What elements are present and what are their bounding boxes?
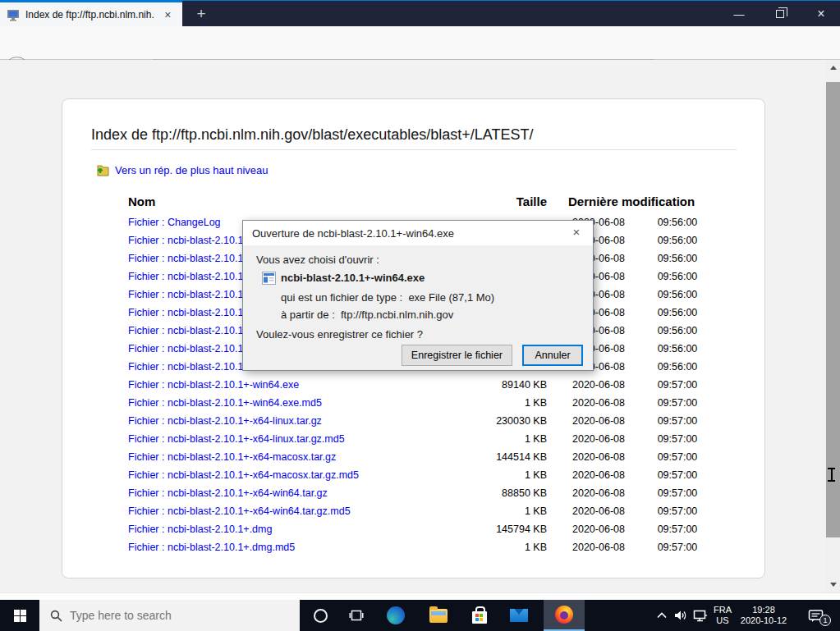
file-link[interactable]: Fichier : ncbi-blast-2.10.1+ (128, 289, 250, 300)
action-center-button[interactable]: 1 (798, 600, 833, 631)
search-input[interactable] (70, 609, 275, 622)
taskbar-edge-button[interactable] (376, 600, 415, 631)
file-time: 09:56:00 (652, 217, 703, 228)
file-size: 1 KB (391, 433, 547, 445)
file-time: 09:56:00 (652, 253, 703, 264)
new-tab-button[interactable]: + (187, 1, 215, 27)
mouse-cursor (828, 468, 835, 482)
tab-close-icon[interactable]: × (159, 8, 176, 21)
tray-date: 2020-10-12 (741, 615, 787, 626)
table-row: Fichier : ncbi-blast-2.10.1+-x64-win64.t… (62, 505, 764, 524)
table-row: Fichier : ncbi-blast-2.10.1+.dmg.md51 KB… (62, 542, 764, 560)
file-link[interactable]: Fichier : ncbi-blast-2.10.1+.dmg (128, 524, 272, 535)
file-time: 09:57:00 (652, 524, 703, 535)
file-time: 09:57:00 (652, 433, 703, 445)
browser-viewport: Index de ftp://ftp.ncbi.nlm.nih.gov/blas… (0, 60, 840, 592)
dialog-filename: ncbi-blast-2.10.1+-win64.exe (281, 272, 425, 284)
start-button[interactable] (0, 600, 39, 631)
task-view-button[interactable] (338, 600, 374, 631)
page-title: Index de ftp://ftp.ncbi.nlm.nih.gov/blas… (91, 126, 533, 144)
window-close-button[interactable]: × (802, 1, 840, 27)
file-time: 09:56:00 (652, 235, 703, 246)
file-link[interactable]: Fichier : ncbi-blast-2.10.1+-x64-linux.t… (128, 415, 322, 427)
save-file-button[interactable]: Enregistrer le fichier (402, 345, 512, 366)
file-link[interactable]: Fichier : ncbi-blast-2.10.1+ (128, 361, 250, 373)
file-link[interactable]: Fichier : ncbi-blast-2.10.1+-x64-win64.t… (128, 505, 351, 517)
file-link[interactable]: Fichier : ncbi-blast-2.10.1+-x64-macosx.… (128, 469, 359, 481)
navigation-toolbar: ← → ⌂ ftp://ftp.ncbi.nlm.nih.gov/blast/e… (0, 26, 840, 60)
tray-language-indicator[interactable]: FRA US (709, 600, 737, 631)
file-date: 2020-06-08 (567, 542, 630, 553)
table-row: Fichier : ncbi-blast-2.10.1+.dmg145794 K… (62, 524, 764, 542)
tab-title: Index de ftp://ftp.ncbi.nlm.nih. (25, 9, 158, 21)
file-size: 230030 KB (391, 415, 547, 427)
file-link[interactable]: Fichier : ncbi-blast-2.10.1+ (128, 253, 250, 264)
file-link[interactable]: Fichier : ncbi-blast-2.10.1+-win64.exe.m… (128, 397, 322, 409)
file-size: 89140 KB (391, 379, 547, 391)
taskbar-firefox-button-active[interactable] (544, 600, 585, 631)
language-line2: US (716, 615, 728, 626)
column-header-modified: Dernière modification (568, 194, 695, 208)
dialog-file-source: à partir de : ftp://ftp.ncbi.nlm.nih.gov (281, 309, 453, 321)
file-date: 2020-06-08 (567, 415, 630, 427)
up-directory-link[interactable]: Vers un rép. de plus haut niveau (95, 163, 268, 176)
file-link[interactable]: Fichier : ncbi-blast-2.10.1+ (128, 343, 250, 354)
file-link[interactable]: Fichier : ncbi-blast-2.10.1+-x64-win64.t… (128, 487, 328, 499)
file-size: 1 KB (391, 469, 547, 481)
cortana-circle-icon (314, 609, 328, 623)
exe-file-icon (262, 272, 276, 285)
file-time: 09:57:00 (652, 397, 703, 409)
vertical-scrollbar[interactable] (826, 60, 840, 592)
tray-time: 19:28 (752, 605, 775, 615)
dialog-title: Ouverture de ncbi-blast-2.10.1+-win64.ex… (252, 227, 454, 240)
firefox-icon (555, 606, 573, 624)
file-date: 2020-06-08 (567, 451, 630, 463)
up-directory-label[interactable]: Vers un rép. de plus haut niveau (115, 164, 268, 176)
file-time: 09:57:00 (652, 451, 703, 463)
file-time: 09:57:00 (652, 469, 703, 481)
file-time: 09:56:00 (652, 307, 703, 318)
file-time: 09:57:00 (652, 487, 703, 499)
table-row: Fichier : ncbi-blast-2.10.1+-x64-win64.t… (62, 487, 764, 505)
file-link[interactable]: Fichier : ncbi-blast-2.10.1+ (128, 307, 250, 318)
cancel-button[interactable]: Annuler (522, 345, 583, 366)
tray-clock[interactable]: 19:28 2020-10-12 (737, 600, 790, 631)
file-link[interactable]: Fichier : ncbi-blast-2.10.1+-x64-macosx.… (128, 451, 336, 463)
window-minimize-button[interactable]: — (720, 1, 758, 27)
taskbar-store-button[interactable] (460, 600, 499, 631)
taskbar-file-explorer-button[interactable] (419, 600, 458, 631)
browser-tab[interactable]: Index de ftp://ftp.ncbi.nlm.nih. × (0, 1, 182, 27)
taskbar-search-box[interactable] (39, 600, 300, 631)
file-link[interactable]: Fichier : ncbi-blast-2.10.1+-win64.exe (128, 379, 299, 391)
scroll-down-arrow-icon[interactable] (830, 583, 837, 587)
scroll-up-arrow-icon[interactable] (830, 66, 837, 70)
file-date: 2020-06-08 (567, 433, 630, 445)
dialog-close-icon[interactable]: × (567, 225, 585, 241)
file-date: 2020-06-08 (567, 487, 630, 499)
microsoft-store-icon (472, 611, 487, 624)
title-divider (91, 149, 737, 150)
file-link[interactable]: Fichier : ncbi-blast-2.10.1+.dmg.md5 (128, 542, 295, 553)
file-time: 09:57:00 (652, 542, 703, 553)
taskbar-mail-button[interactable] (499, 600, 539, 631)
window-restore-button[interactable] (761, 1, 799, 27)
file-time: 09:57:00 (652, 505, 703, 517)
table-row: Fichier : ncbi-blast-2.10.1+-win64.exe.m… (62, 397, 764, 415)
column-header-name: Nom (128, 194, 155, 208)
cortana-button[interactable] (302, 600, 338, 631)
table-row: Fichier : ncbi-blast-2.10.1+-x64-macosx.… (62, 451, 764, 469)
mail-icon (510, 609, 528, 622)
file-link[interactable]: Fichier : ChangeLog (128, 217, 221, 228)
dialog-titlebar[interactable]: Ouverture de ncbi-blast-2.10.1+-win64.ex… (243, 221, 593, 245)
table-row: Fichier : ncbi-blast-2.10.1+-x64-macosx.… (62, 469, 764, 487)
file-link[interactable]: Fichier : ncbi-blast-2.10.1+ (128, 271, 250, 282)
tab-favicon-monitor-icon (7, 9, 20, 21)
tray-volume-icon[interactable] (670, 600, 691, 631)
file-size: 1 KB (391, 397, 547, 409)
file-link[interactable]: Fichier : ncbi-blast-2.10.1+ (128, 235, 250, 246)
file-size: 145794 KB (391, 524, 547, 535)
file-link[interactable]: Fichier : ncbi-blast-2.10.1+-x64-linux.t… (128, 433, 345, 445)
file-link[interactable]: Fichier : ncbi-blast-2.10.1+ (128, 325, 250, 336)
file-date: 2020-06-08 (567, 505, 630, 517)
dialog-file-type: qui est un fichier de type : exe File (8… (281, 291, 494, 304)
